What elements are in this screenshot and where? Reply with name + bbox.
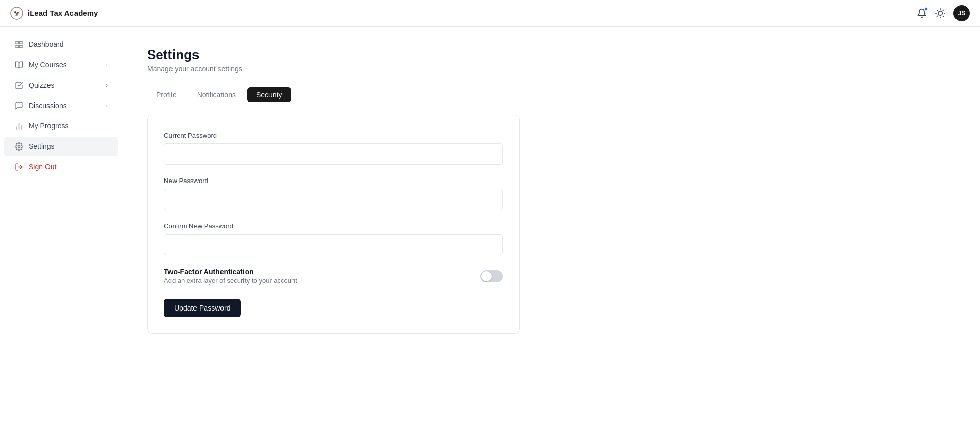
svg-line-9 xyxy=(937,16,938,16)
discussions-icon xyxy=(14,101,23,110)
topnav: 🦅 iLead Tax Academy JS xyxy=(0,0,980,27)
current-password-input[interactable] xyxy=(164,143,503,165)
sidebar-item-label: Quizzes xyxy=(29,81,55,89)
user-avatar[interactable]: JS xyxy=(953,5,970,21)
sidebar-item-settings[interactable]: Settings xyxy=(4,137,118,156)
quizzes-icon xyxy=(14,81,23,90)
sidebar-item-label: Settings xyxy=(29,142,55,150)
update-password-button[interactable]: Update Password xyxy=(164,299,241,317)
settings-tabs: Profile Notifications Security xyxy=(147,87,955,102)
sidebar-item-sign-out[interactable]: Sign Out xyxy=(4,157,118,176)
settings-icon xyxy=(14,142,23,151)
chevron-right-icon: › xyxy=(106,102,108,109)
sidebar: Dashboard My Courses › xyxy=(0,27,122,438)
current-password-label: Current Password xyxy=(164,132,503,139)
chevron-right-icon: › xyxy=(106,61,108,68)
sidebar-item-label: My Progress xyxy=(29,122,69,130)
progress-icon xyxy=(14,121,23,131)
new-password-group: New Password xyxy=(164,177,503,210)
svg-point-2 xyxy=(938,11,942,15)
topnav-actions: JS xyxy=(917,5,970,21)
notification-dot xyxy=(924,7,928,11)
sidebar-item-discussions[interactable]: Discussions › xyxy=(4,96,118,115)
brand-logo-icon: 🦅 xyxy=(10,7,23,20)
svg-rect-13 xyxy=(19,45,22,47)
main-layout: Dashboard My Courses › xyxy=(0,27,980,438)
signout-icon xyxy=(14,162,23,171)
svg-line-10 xyxy=(943,10,943,10)
svg-text:🦅: 🦅 xyxy=(14,10,20,17)
topnav-brand: 🦅 iLead Tax Academy xyxy=(10,7,98,20)
confirm-password-input[interactable] xyxy=(164,234,503,255)
twofa-row: Two-Factor Authentication Add an extra l… xyxy=(164,268,503,285)
twofa-description: Add an extra layer of security to your a… xyxy=(164,277,297,285)
tab-security[interactable]: Security xyxy=(247,87,291,102)
svg-point-18 xyxy=(18,145,20,147)
sidebar-item-label: Discussions xyxy=(29,101,67,110)
sidebar-item-my-courses[interactable]: My Courses › xyxy=(4,55,118,74)
current-password-group: Current Password xyxy=(164,132,503,165)
new-password-label: New Password xyxy=(164,177,503,185)
sidebar-item-label: Dashboard xyxy=(29,40,64,48)
notifications-button[interactable] xyxy=(917,8,927,18)
app-title: iLead Tax Academy xyxy=(28,9,98,17)
sidebar-item-label: Sign Out xyxy=(29,163,56,171)
twofa-text: Two-Factor Authentication Add an extra l… xyxy=(164,268,297,285)
tab-notifications[interactable]: Notifications xyxy=(188,87,245,102)
svg-line-5 xyxy=(937,10,938,10)
sidebar-item-my-progress[interactable]: My Progress xyxy=(4,116,118,136)
svg-rect-12 xyxy=(19,41,22,44)
courses-icon xyxy=(14,60,23,69)
sidebar-item-quizzes[interactable]: Quizzes › xyxy=(4,75,118,95)
main-content: Settings Manage your account settings Pr… xyxy=(122,27,980,438)
toggle-knob xyxy=(481,271,492,281)
tab-profile[interactable]: Profile xyxy=(147,87,186,102)
page-subtitle: Manage your account settings xyxy=(147,65,955,73)
confirm-password-group: Confirm New Password xyxy=(164,222,503,255)
twofa-toggle[interactable] xyxy=(480,270,503,282)
twofa-title: Two-Factor Authentication xyxy=(164,268,297,276)
page-title: Settings xyxy=(147,47,955,63)
new-password-input[interactable] xyxy=(164,189,503,210)
svg-line-6 xyxy=(943,16,943,16)
confirm-password-label: Confirm New Password xyxy=(164,222,503,230)
theme-toggle-button[interactable] xyxy=(935,8,945,18)
security-card: Current Password New Password Confirm Ne… xyxy=(147,115,520,334)
chevron-right-icon: › xyxy=(106,82,108,89)
dashboard-icon xyxy=(14,40,23,49)
sidebar-item-label: My Courses xyxy=(29,61,67,69)
svg-rect-11 xyxy=(16,41,18,44)
sidebar-item-dashboard[interactable]: Dashboard xyxy=(4,35,118,54)
svg-rect-14 xyxy=(16,45,18,47)
